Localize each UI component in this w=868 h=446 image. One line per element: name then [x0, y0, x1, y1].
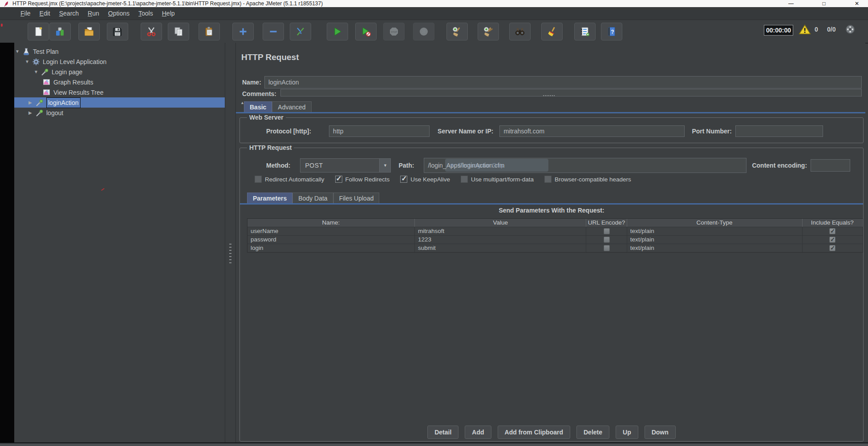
log-errors-indicator[interactable] [799, 24, 811, 35]
remote-shutdown-all-button[interactable] [478, 23, 499, 40]
menu-search[interactable]: Search [55, 7, 83, 20]
comments-input[interactable] [280, 89, 862, 96]
tree-item-view-results-tree[interactable]: View Results Tree [14, 87, 225, 97]
checkbox-icon[interactable] [400, 176, 407, 183]
checkbox-icon[interactable] [829, 228, 836, 234]
close-button[interactable]: ✕ [852, 0, 862, 7]
param-name-cell[interactable]: login [247, 244, 415, 252]
start-button[interactable] [327, 23, 348, 40]
expand-all-button[interactable] [232, 23, 254, 40]
port-number-input[interactable] [735, 125, 823, 137]
expand-arrow-icon[interactable]: ▼ [15, 49, 22, 54]
flag-browser-compatible-headers[interactable]: Browser-compatible headers [544, 176, 631, 183]
content-type-cell[interactable]: text/plain [627, 227, 803, 235]
param-value-cell[interactable]: submit [415, 244, 587, 252]
content-type-cell[interactable]: text/plain [627, 244, 803, 252]
menu-tools[interactable]: Tools [134, 7, 158, 20]
include-equals-cell[interactable] [803, 244, 863, 252]
start-no-pauses-button[interactable] [355, 23, 377, 40]
checkbox-icon[interactable] [255, 176, 262, 183]
checkbox-icon[interactable] [544, 176, 552, 183]
add-button[interactable]: Add [465, 426, 491, 439]
checkbox-icon[interactable] [335, 176, 342, 183]
tree-main-splitter[interactable] [225, 43, 236, 442]
flag-follow-redirects[interactable]: Follow Redirects [335, 176, 390, 183]
menu-run[interactable]: Run [83, 7, 104, 20]
flag-use-keepalive[interactable]: Use KeepAlive [400, 176, 450, 183]
flag-use-multipart[interactable]: Use multipart/form-data [461, 176, 534, 183]
delete-button[interactable]: Delete [576, 426, 609, 439]
down-button[interactable]: Down [645, 426, 676, 439]
table-row[interactable]: userName mitrahsoft text/plain [247, 227, 863, 235]
stop-button[interactable]: STOP [383, 23, 405, 40]
table-row[interactable]: login submit text/plain [247, 244, 863, 252]
column-header-include-equals[interactable]: Include Equals? [803, 219, 863, 227]
save-button[interactable] [107, 23, 128, 40]
function-helper-button[interactable] [574, 23, 596, 40]
remote-start-all-button[interactable] [446, 23, 468, 40]
method-select[interactable]: POST ▼ [300, 158, 391, 173]
checkbox-icon[interactable] [829, 245, 836, 251]
column-header-value[interactable]: Value [415, 219, 587, 227]
clear-all-button[interactable] [541, 23, 563, 40]
expand-arrow-icon[interactable]: ▼ [25, 59, 32, 64]
paste-button[interactable] [199, 23, 220, 40]
column-header-name[interactable]: Name: [247, 219, 415, 227]
checkbox-icon[interactable] [461, 176, 468, 183]
url-encode-cell[interactable] [586, 244, 627, 252]
add-from-clipboard-button[interactable]: Add from Clipboard [498, 426, 570, 439]
open-button[interactable] [78, 23, 100, 40]
search-button[interactable] [509, 23, 531, 40]
url-encode-cell[interactable] [586, 227, 627, 235]
name-input[interactable] [264, 76, 862, 88]
tab-files-upload[interactable]: Files Upload [333, 193, 380, 203]
url-encode-cell[interactable] [586, 236, 627, 244]
tree-item-login-page[interactable]: ▼ Login page [14, 67, 225, 77]
toggle-button[interactable] [290, 23, 311, 40]
detail-button[interactable]: Detail [427, 426, 458, 439]
new-button[interactable] [28, 23, 49, 40]
include-equals-cell[interactable] [803, 236, 863, 244]
cut-button[interactable] [141, 23, 162, 40]
content-type-cell[interactable]: text/plain [627, 236, 803, 244]
shutdown-button[interactable] [413, 23, 434, 40]
splitter-handle-icon[interactable] [543, 95, 555, 98]
param-name-cell[interactable]: password [247, 236, 415, 244]
menu-file[interactable]: File [16, 7, 35, 20]
protocol-input[interactable] [329, 125, 430, 137]
expand-arrow-icon[interactable]: ▼ [34, 69, 41, 74]
tab-basic[interactable]: Basic [244, 101, 272, 112]
menu-options[interactable]: Options [104, 7, 134, 20]
tree-item-logout[interactable]: ▶ logout [14, 108, 225, 118]
column-header-content-type[interactable]: Content-Type [627, 219, 803, 227]
copy-button[interactable] [168, 23, 189, 40]
param-value-cell[interactable]: 1223 [415, 236, 587, 244]
content-encoding-input[interactable] [811, 159, 850, 172]
include-equals-cell[interactable] [803, 227, 863, 235]
templates-button[interactable] [49, 23, 71, 40]
param-name-cell[interactable]: userName [247, 227, 415, 235]
collapse-all-button[interactable] [263, 23, 284, 40]
tree-item-loginaction[interactable]: ▶ loginAction [14, 97, 225, 108]
up-button[interactable]: Up [616, 426, 638, 439]
tab-parameters[interactable]: Parameters [247, 193, 292, 203]
restore-button[interactable]: □ [819, 0, 829, 7]
help-button[interactable]: ? [601, 23, 622, 40]
collapse-arrow-icon[interactable]: ▶ [28, 100, 36, 105]
checkbox-icon[interactable] [604, 245, 610, 251]
checkbox-icon[interactable] [604, 228, 610, 234]
chevron-down-icon[interactable]: ▼ [379, 159, 390, 172]
column-header-url-encode[interactable]: URL Encode? [586, 219, 627, 227]
collapse-arrow-icon[interactable]: ▶ [28, 110, 36, 115]
path-input[interactable] [424, 158, 746, 173]
minimize-button[interactable]: — [786, 0, 796, 7]
flag-redirect-automatically[interactable]: Redirect Automatically [255, 176, 324, 183]
checkbox-icon[interactable] [829, 237, 836, 243]
menu-edit[interactable]: Edit [35, 7, 55, 20]
tab-advanced[interactable]: Advanced [272, 101, 311, 112]
menu-help[interactable]: Help [158, 7, 179, 20]
tree-item-login-level-application[interactable]: ▼ Login Level Application [14, 56, 225, 67]
tab-body-data[interactable]: Body Data [292, 193, 333, 203]
table-row[interactable]: password 1223 text/plain [247, 235, 863, 244]
param-value-cell[interactable]: mitrahsoft [415, 227, 587, 235]
